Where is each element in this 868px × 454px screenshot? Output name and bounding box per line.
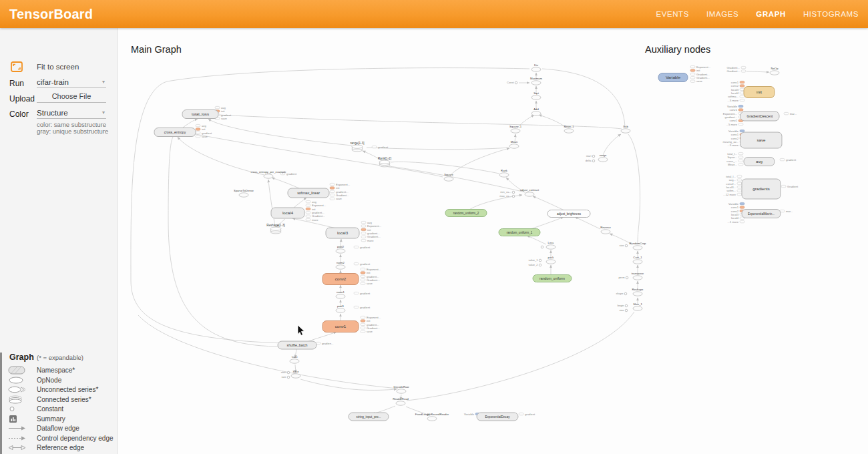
node-Slice_1[interactable]: Slice_1 <box>633 302 643 310</box>
constant-node[interactable] <box>512 195 515 198</box>
node-label: adjust_contrast <box>520 188 539 192</box>
node-gradients[interactable]: gradients <box>742 179 781 199</box>
constant-node[interactable] <box>592 160 595 162</box>
node-Sqrt[interactable]: Sqrt <box>531 91 541 99</box>
node-pool1[interactable]: pool1 <box>336 304 345 312</box>
series-connected-icon <box>8 395 29 404</box>
node-FixedLengthRecordReader[interactable]: FixedLengthRecordReader <box>415 413 449 421</box>
constant-node[interactable] <box>625 304 628 307</box>
node-label: Less <box>548 241 554 244</box>
node-Mean[interactable]: Mean <box>509 140 519 148</box>
node-range[interactable]: range <box>598 154 608 162</box>
constant-node[interactable] <box>624 292 627 295</box>
graph-edge <box>178 137 264 175</box>
node-label: save <box>756 138 766 142</box>
constant-node[interactable] <box>541 246 544 248</box>
color-select-value: Structure <box>37 109 68 117</box>
node-RandomCrop[interactable]: RandomCrop <box>630 242 647 250</box>
constant-node[interactable] <box>625 244 628 247</box>
node-SparseToDense[interactable]: SparseToDense <box>234 189 254 197</box>
node-local3[interactable]: local3 <box>326 228 359 238</box>
run-select[interactable]: cifar-train ▾ <box>37 78 106 88</box>
node-Rank[interactable]: Rank <box>499 169 509 177</box>
color-select[interactable]: Structure ▾ <box>37 109 106 119</box>
annotation-swatch <box>519 413 523 415</box>
annotation-label: Gradient... <box>312 214 325 218</box>
node-range[1-3][interactable]: range[1-3] <box>351 142 365 152</box>
node-Reshape[1-3][interactable]: Reshape[1-3] <box>266 224 285 234</box>
node-pool2[interactable]: pool2 <box>336 245 345 253</box>
choose-file-button[interactable]: Choose File <box>37 92 106 103</box>
constant-node[interactable] <box>515 81 517 84</box>
annotation-label: gradient <box>525 413 535 416</box>
node-shuffle_batch[interactable]: shuffle_batch <box>278 341 316 349</box>
nav-tab-graph[interactable]: GRAPH <box>756 10 786 18</box>
node-Less[interactable]: Less <box>546 241 556 249</box>
node-random_uniform_2[interactable]: random_uniform_2 <box>445 210 487 217</box>
annotation-swatch <box>361 221 366 223</box>
constant-node[interactable] <box>625 309 628 312</box>
annotation-label: gradient <box>360 246 371 249</box>
sidebar-scrollbar[interactable] <box>0 353 2 454</box>
node-Add[interactable]: Add <box>531 107 541 116</box>
constant-node[interactable] <box>287 371 290 374</box>
annotation-label: init <box>367 228 371 232</box>
node-save[interactable]: save <box>740 132 782 148</box>
node-cross_entropy[interactable]: cross_entropy <box>154 128 196 137</box>
node-ExponentialDecay[interactable]: ExponentialDecay <box>477 413 518 421</box>
constant-node[interactable] <box>512 191 515 194</box>
node-ReaderRead[interactable]: ReaderRead <box>393 397 409 405</box>
node-pack[interactable]: pack <box>546 256 556 264</box>
node-Div[interactable]: Div <box>531 63 541 71</box>
fit-to-screen-icon[interactable] <box>11 61 23 72</box>
node-Square_1[interactable]: Square_1 <box>509 125 522 133</box>
node-avg[interactable]: avg <box>744 158 775 166</box>
annotation-label: gradient <box>360 292 371 295</box>
constant-label: value_1 <box>528 258 538 262</box>
node-norm2[interactable]: norm2 <box>336 261 345 269</box>
annotation-swatch <box>737 186 742 188</box>
nav-tab-images[interactable]: IMAGES <box>706 10 738 18</box>
node-Slice[interactable]: Slice <box>291 370 300 378</box>
constant-node[interactable] <box>287 376 290 379</box>
node-softmax_linear[interactable]: softmax_linear <box>288 188 329 198</box>
node-init[interactable]: init <box>744 87 775 98</box>
legend-item-opnode: OpNode <box>0 376 117 385</box>
constant-node[interactable] <box>626 276 628 279</box>
node-label: Cast_1 <box>633 256 642 259</box>
node-conv2[interactable]: conv2 <box>322 274 359 285</box>
node-norm1[interactable]: norm1 <box>336 290 345 298</box>
node-label: Reshape[1-3] <box>266 224 285 227</box>
annotation-swatch <box>361 327 365 329</box>
node-Maximum[interactable]: Maximum <box>530 77 543 85</box>
node-NoOp[interactable]: NoOp <box>770 67 779 75</box>
node-random_uniform[interactable]: random_uniform <box>533 275 572 282</box>
node-Cast[interactable]: Cast <box>290 355 299 363</box>
nav-tab-events[interactable]: EVENTS <box>656 10 689 18</box>
node-Cast_1[interactable]: Cast_1 <box>633 256 642 264</box>
constant-node[interactable] <box>539 259 541 262</box>
node-Rank[1-2][interactable]: Rank[1-2] <box>378 157 391 167</box>
constant-node[interactable] <box>539 264 541 266</box>
node-transpose[interactable]: transpose <box>632 272 644 280</box>
node-string_input_pro...[interactable]: string_input_pro... <box>349 413 389 421</box>
annotation-swatch <box>690 80 695 82</box>
node-Reverse[interactable]: Reverse <box>600 226 611 234</box>
node-random_uniform_1[interactable]: random_uniform_1 <box>499 229 540 236</box>
node-adjust_brightness[interactable]: adjust_brightness <box>548 210 590 218</box>
node-total_loss[interactable]: total_loss <box>182 110 218 119</box>
node-adjust_contrast[interactable]: adjust_contrast <box>520 188 539 196</box>
node-conv1[interactable]: conv1 <box>322 321 359 332</box>
node-ExponentialMovin...[interactable]: ExponentialMovin... <box>742 210 781 218</box>
node-Variable[interactable]: Variable <box>658 73 688 82</box>
node-Sub[interactable]: Sub <box>621 125 630 133</box>
node-label: adjust_brightness <box>557 212 582 216</box>
annotation-label: save <box>202 135 208 138</box>
constant-node[interactable] <box>592 155 595 158</box>
node-Reshape[interactable]: Reshape <box>632 288 644 296</box>
node-GradientDescent[interactable]: GradientDescent <box>740 111 779 121</box>
node-local4[interactable]: local4 <box>271 208 304 218</box>
node-Mean_1[interactable]: Mean_1 <box>564 125 574 133</box>
annotation-label: gradient <box>286 172 297 176</box>
nav-tab-histograms[interactable]: HISTOGRAMS <box>803 10 859 18</box>
